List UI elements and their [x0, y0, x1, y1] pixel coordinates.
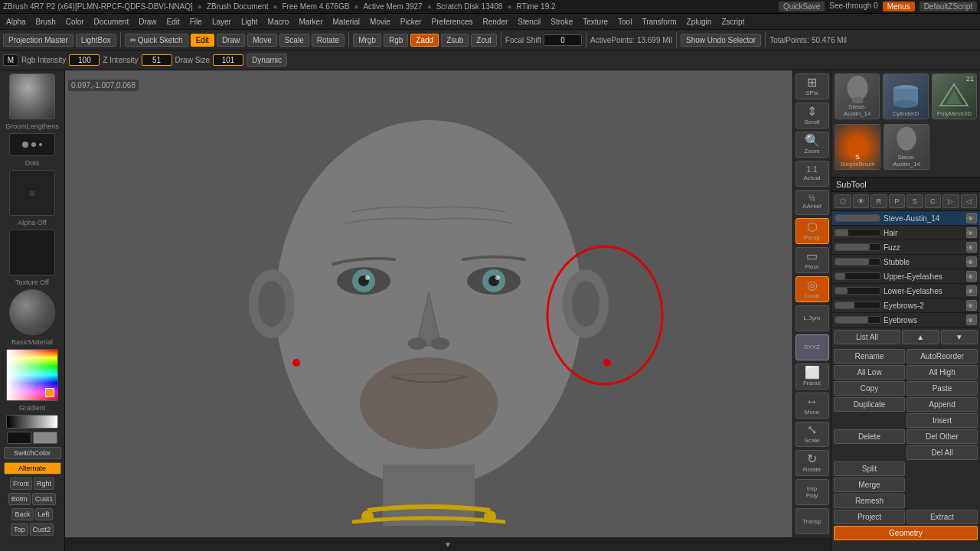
st-icon-4[interactable]: P — [889, 194, 906, 208]
arrow-dn-btn[interactable]: ▼ — [941, 330, 978, 344]
quicksave-btn[interactable]: QuickSave — [779, 2, 825, 11]
z-intensity-val[interactable]: 51 — [142, 54, 172, 66]
menu-item-alpha[interactable]: Alpha — [2, 16, 31, 28]
subtool-vis-icon[interactable]: 👁 — [966, 315, 977, 325]
front-btn[interactable]: Front — [10, 478, 32, 490]
subtool-item[interactable]: Stubble👁 — [831, 255, 980, 269]
subtool-item[interactable]: Upper-Eyelashes👁 — [831, 269, 980, 284]
menu-item-tool[interactable]: Tool — [613, 16, 636, 28]
scale-btn[interactable]: Scale — [279, 34, 309, 47]
auto-reorder-btn[interactable]: AutoReorder — [906, 349, 978, 364]
mrgb-btn[interactable]: Mrgb — [353, 34, 381, 47]
sxyz-btn[interactable]: SXYZ — [795, 334, 829, 360]
subtool-item[interactable]: Fuzz👁 — [831, 240, 980, 255]
swatch-black[interactable] — [7, 432, 31, 444]
copy-btn[interactable]: Copy — [834, 381, 905, 396]
menu-item-render[interactable]: Render — [479, 16, 513, 28]
swatch-gray[interactable] — [33, 432, 57, 444]
st-icon-3[interactable]: R — [871, 194, 887, 208]
subtool-item[interactable]: Lower-Eyelashes👁 — [831, 284, 980, 298]
st-icon-5[interactable]: S — [906, 194, 923, 208]
subtool-vis-icon[interactable]: 👁 — [966, 242, 977, 253]
extract-btn[interactable]: Extract — [906, 510, 978, 524]
transp-btn[interactable]: Transp — [795, 508, 829, 534]
menu-item-brush[interactable]: Brush — [31, 16, 60, 28]
zsub-btn[interactable]: Zsub — [441, 34, 469, 47]
st-icon-1[interactable]: ⬡ — [835, 194, 851, 208]
menu-item-transform[interactable]: Transform — [637, 16, 681, 28]
spix-btn[interactable]: ⊞ SPix — [795, 73, 829, 99]
del-other-btn[interactable]: Del Other — [906, 429, 978, 444]
move-btn[interactable]: Move — [247, 34, 276, 47]
draw-size-val[interactable]: 101 — [213, 54, 243, 66]
subtool-vis-icon[interactable]: 👁 — [966, 213, 977, 223]
menu-item-zplugin[interactable]: Zplugin — [682, 16, 717, 28]
persp-btn[interactable]: ⬡ Persp — [795, 218, 829, 244]
scroll-btn[interactable]: ⇕ Scroll — [795, 103, 829, 129]
st-icon-7[interactable]: ▷ — [942, 194, 959, 208]
imp-poly-btn[interactable]: ImpPoly — [795, 479, 829, 505]
append-btn[interactable]: Append — [906, 397, 978, 412]
list-all-btn[interactable]: List All — [834, 330, 900, 344]
show-undo-btn[interactable]: Show Undo Selector — [681, 34, 761, 47]
lightbox-btn[interactable]: LightBox — [76, 34, 116, 47]
zoom-btn[interactable]: 🔍 Zoom — [795, 132, 829, 158]
subtool-item[interactable]: Steve-Austin_14👁 — [831, 211, 980, 226]
menu-item-edit[interactable]: Edit — [162, 16, 185, 28]
menus-btn[interactable]: Menus — [883, 2, 915, 11]
st-icon-6[interactable]: C — [925, 194, 942, 208]
insert-btn[interactable]: Insert — [906, 413, 978, 428]
st-icon-2[interactable]: 👁 — [853, 194, 870, 208]
menu-item-light[interactable]: Light — [237, 16, 263, 28]
subtool-vis-icon[interactable]: 👁 — [966, 285, 977, 296]
edit-btn[interactable]: Edit — [191, 34, 214, 47]
subtool-vis-icon[interactable]: 👁 — [966, 256, 977, 267]
brush-preview[interactable] — [9, 73, 55, 119]
face-sub-thumb[interactable]: Steve-Austin_14 — [884, 124, 929, 170]
menu-item-draw[interactable]: Draw — [134, 16, 161, 28]
move-tool-btn[interactable]: ↔ Move — [795, 393, 829, 419]
canvas-area[interactable]: 0.097,-1.007,0.068 ⊞ SPix ⇕ Scroll 🔍 Zoo… — [65, 70, 831, 551]
rgb-btn[interactable]: Rgb — [384, 34, 408, 47]
zadd-btn[interactable]: Zadd — [410, 34, 439, 47]
menu-item-layer[interactable]: Layer — [207, 16, 236, 28]
delete-btn[interactable]: Delete — [834, 429, 905, 444]
menu-item-document[interactable]: Document — [90, 16, 134, 28]
local-btn[interactable]: ◎ Local — [795, 276, 829, 302]
rght-btn[interactable]: Rght — [34, 478, 54, 490]
subtool-vis-icon[interactable]: 👁 — [966, 300, 977, 311]
back-btn[interactable]: Back — [11, 508, 33, 520]
menu-item-material[interactable]: Material — [328, 16, 365, 28]
rgb-intensity-val[interactable]: 100 — [69, 54, 100, 66]
all-high-btn[interactable]: All High — [906, 365, 978, 380]
geometry-btn[interactable]: Geometry — [834, 526, 978, 540]
rename-btn[interactable]: Rename — [834, 349, 905, 364]
dynamic-btn[interactable]: Dynamic — [247, 54, 287, 67]
menu-item-texture[interactable]: Texture — [578, 16, 612, 28]
face-tool-thumb1[interactable]: Steve-Austin_14 — [835, 73, 880, 119]
aahalf-btn[interactable]: ½ AAHalf — [795, 190, 829, 216]
zscript-btn[interactable]: DefaultZScript — [920, 2, 977, 11]
lgym-btn[interactable]: L.3ym — [795, 305, 829, 331]
menu-item-zscript[interactable]: Zscript — [717, 16, 749, 28]
simple-brush-thumb[interactable]: S SimpleBrush — [835, 124, 880, 170]
botm-btn[interactable]: Botm — [8, 493, 31, 505]
menu-item-movie[interactable]: Movie — [365, 16, 395, 28]
alpha-preview[interactable]: ▨ — [9, 170, 55, 216]
texture-preview[interactable] — [9, 230, 55, 276]
subtool-vis-icon[interactable]: 👁 — [966, 227, 977, 238]
all-low-btn[interactable]: All Low — [834, 365, 905, 380]
switch-color-btn[interactable]: SwitchColor — [4, 447, 61, 459]
menu-item-picker[interactable]: Picker — [396, 16, 426, 28]
subtool-item[interactable]: Eyebrows-2👁 — [831, 298, 980, 313]
menu-item-file[interactable]: File — [185, 16, 207, 28]
see-through-btn[interactable]: See-through 0 — [829, 2, 877, 11]
frame-btn[interactable]: ⬜ Frame — [795, 364, 829, 390]
focal-shift-val[interactable]: 0 — [544, 34, 582, 46]
menu-item-color[interactable]: Color — [61, 16, 89, 28]
menu-item-macro[interactable]: Macro — [263, 16, 294, 28]
menu-item-preferences[interactable]: Preferences — [427, 16, 478, 28]
subtool-vis-icon[interactable]: 👁 — [966, 271, 977, 282]
split-btn[interactable]: Split — [834, 461, 905, 476]
draw-btn[interactable]: Draw — [217, 34, 245, 47]
